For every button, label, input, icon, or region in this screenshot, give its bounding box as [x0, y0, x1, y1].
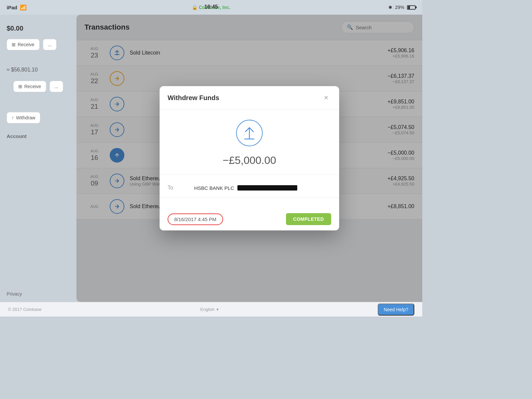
modal-header: Withdrew Funds × [160, 86, 339, 110]
footer-language[interactable]: English ▾ [200, 307, 219, 312]
wifi-icon: 📶 [20, 4, 27, 11]
lock-icon: 🔒 [192, 5, 198, 10]
time-display: 16:45 [204, 4, 218, 10]
modal-close-button[interactable]: × [321, 93, 331, 103]
bluetooth-icon: ✱ [388, 5, 392, 10]
modal-title: Withdrew Funds [168, 94, 219, 102]
withdraw-button[interactable]: ↑ Withdraw [7, 112, 40, 123]
main-content: Transactions 🔍 AUG 23 Sold Litecoin [76, 15, 422, 302]
modal-detail-row: To HSBC BANK PLC [168, 182, 331, 194]
footer-copyright: © 2017 Coinbase [8, 307, 42, 312]
more-label: ... [48, 42, 52, 47]
receive-button[interactable]: ⊞ Receive [7, 39, 40, 50]
withdraw-icon [236, 120, 263, 146]
privacy-label: Privacy [7, 291, 22, 297]
modal-body: −£5,000.00 To HSBC BANK PLC [160, 110, 339, 208]
receive-icon-2: ⊞ [18, 84, 22, 89]
language-label: English [200, 307, 215, 312]
device-label: iPad [7, 5, 17, 10]
footer: © 2017 Coinbase English ▾ Need Help? [0, 302, 422, 317]
account-label: Account [0, 127, 76, 142]
help-button[interactable]: Need Help? [378, 304, 414, 316]
modal-details: To HSBC BANK PLC [168, 175, 331, 198]
date-text: 8/16/2017 4:45 PM [174, 216, 216, 222]
battery-indicator [407, 5, 416, 10]
receive-button-2[interactable]: ⊞ Receive [13, 81, 46, 92]
modal-dialog: Withdrew Funds × [160, 86, 339, 230]
modal-amount: −£5,000.00 [168, 154, 331, 167]
sidebar-balance: $0.00 [0, 21, 76, 36]
withdraw-icon: ↑ [12, 115, 14, 120]
sidebar: $0.00 ⊞ Receive ... ≈ $56,801.10 ⊞ Recei… [0, 15, 76, 302]
detail-to-label: To [168, 185, 194, 191]
close-icon: × [324, 93, 329, 102]
receive-icon: ⊞ [12, 42, 16, 47]
modal-footer: 8/16/2017 4:45 PM COMPLETED [160, 208, 339, 230]
completed-badge: COMPLETED [286, 213, 331, 225]
battery-percent: 29% [395, 5, 404, 10]
modal-divider-2 [160, 198, 339, 198]
bank-name: HSBC BANK PLC [194, 185, 234, 191]
modal-overlay: Withdrew Funds × [76, 15, 422, 302]
battery-bar [407, 5, 416, 10]
app-container: $0.00 ⊞ Receive ... ≈ $56,801.10 ⊞ Recei… [0, 15, 422, 302]
status-bar: iPad 📶 🔒 Coinbase, Inc. 16:45 ✱ 29% [0, 0, 422, 15]
chevron-down-icon: ▾ [216, 307, 219, 312]
sidebar-section: ≈ $56,801.10 ⊞ Receive ... [0, 64, 76, 99]
more-label-2: ... [55, 84, 59, 89]
approx-balance: ≈ $56,801.10 [7, 67, 70, 73]
modal-date: 8/16/2017 4:45 PM [168, 213, 223, 225]
withdraw-arrow [243, 125, 256, 141]
more-button-2[interactable]: ... [50, 81, 64, 92]
redacted-account [237, 185, 297, 191]
sidebar-actions-2: ⊞ Receive ... [7, 77, 70, 95]
status-bar-left: iPad 📶 [7, 4, 27, 11]
receive-label-2: Receive [24, 84, 41, 89]
withdraw-label: Withdraw [16, 115, 35, 120]
more-button[interactable]: ... [43, 39, 57, 50]
receive-label: Receive [18, 42, 35, 47]
battery-fill [408, 6, 410, 9]
sidebar-actions: ⊞ Receive ... [0, 36, 76, 54]
status-bar-right: 16:45 ✱ 29% [388, 5, 416, 10]
detail-to-value: HSBC BANK PLC [194, 185, 297, 191]
